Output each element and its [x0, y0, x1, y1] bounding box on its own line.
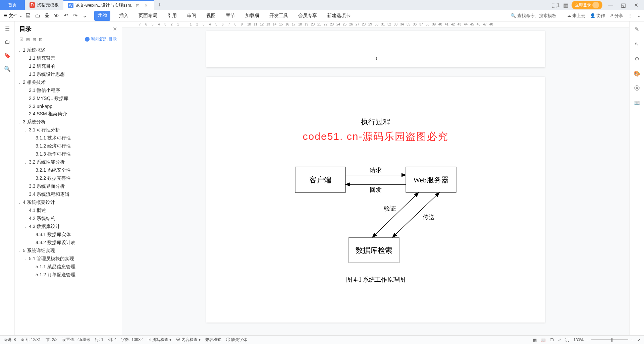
outline-item[interactable]: ⌄4.3.数据库设计 [17, 223, 119, 231]
outline-item[interactable]: ⌄5 系统详细实现 [17, 247, 119, 255]
ribbon-tab[interactable]: 审阅 [185, 11, 198, 21]
zoom-control[interactable]: 130% − + [573, 338, 633, 342]
ribbon-tab[interactable]: 插入 [118, 11, 130, 21]
collab-button[interactable]: 👤协作 [590, 13, 605, 19]
file-menu[interactable]: ☰ 文件 ⌄ [3, 13, 22, 19]
sidebar-close-icon[interactable]: ✕ [113, 26, 117, 32]
close-icon[interactable]: ✕ [631, 0, 641, 10]
ribbon-tab[interactable]: 开始 [94, 11, 110, 21]
ribbon-tab[interactable]: 章节 [224, 11, 236, 21]
settings-sliders-icon[interactable]: ⚙ [633, 55, 641, 62]
outline-item[interactable]: 1.1 研究背景 [17, 54, 119, 62]
tab-home[interactable]: 首页 [0, 0, 25, 10]
zoom-slider[interactable] [591, 339, 628, 340]
outline-item[interactable]: 3.4 系统流程和逻辑 [17, 190, 119, 198]
more-icon[interactable]: ⋮ [628, 13, 632, 18]
status-page-no[interactable]: 页码: 8 [3, 337, 16, 343]
outline-item[interactable]: 1.2 研究目的 [17, 62, 119, 70]
outline-item[interactable]: 2.1 微信小程序 [17, 87, 119, 95]
status-compat[interactable]: 兼容模式 [205, 337, 221, 343]
maximize-icon[interactable]: ◱ [619, 0, 628, 10]
save-as-icon[interactable]: 🗀 [35, 13, 41, 19]
command-search[interactable]: 🔍 [511, 13, 557, 18]
ribbon-tab[interactable]: 新建选项卡 [326, 11, 352, 21]
tab-unpin-icon[interactable]: ⊡ [135, 3, 141, 8]
print-icon[interactable]: 🖶 [44, 13, 50, 19]
outline-item[interactable]: 2.2 MYSQL 数据库 [17, 95, 119, 103]
outline-item[interactable]: 3.1.1 技术可行性 [17, 134, 119, 142]
status-row[interactable]: 行: 1 [95, 337, 103, 343]
fullscreen-icon[interactable]: ⤢ [637, 338, 641, 342]
collapse-ribbon-icon[interactable]: ⌄ [637, 13, 641, 18]
outline-item[interactable]: 3.1.3 操作可行性 [17, 150, 119, 158]
fit-icon[interactable]: ⛶ [565, 338, 569, 342]
outline-item[interactable]: 3.2.1 系统安全性 [17, 166, 119, 174]
view-print-icon[interactable]: ▦ [533, 338, 537, 342]
view-read-icon[interactable]: 📖 [541, 338, 546, 342]
minimize-icon[interactable]: — [606, 0, 615, 10]
status-missing-font[interactable]: ⓘ 缺失字体 [226, 337, 247, 343]
status-content-check[interactable]: ⦿ 内容检查 ▾ [176, 337, 201, 343]
outline-item[interactable]: 3.2.2 数据完整性 [17, 174, 119, 182]
outline-item[interactable]: 5.1.1 菜品信息管理 [17, 263, 119, 271]
page-scroll[interactable]: 8 执行过程 code51. cn-源码乐园盗图必究 客户端 [122, 27, 629, 335]
ribbon-tab[interactable]: 页面布局 [137, 11, 159, 21]
save-icon[interactable]: 🖫 [25, 13, 31, 19]
status-pages[interactable]: 页面: 12/31 [20, 337, 41, 343]
undo-icon[interactable]: ↶ [63, 13, 69, 19]
ribbon-tab[interactable]: 引用 [166, 11, 178, 21]
tab-document[interactable]: W 论文-weixin...设计与实现ssm. ⊡ ✕ [63, 0, 154, 10]
collapse-icon[interactable]: ⊟ [33, 37, 36, 42]
tab-templates[interactable]: D 找稻壳模板 [25, 0, 63, 10]
ribbon-tab[interactable]: 开发工具 [268, 11, 289, 21]
outline-item[interactable]: ⌄2 相关技术 [17, 78, 119, 87]
redo-icon[interactable]: ↷ [72, 13, 78, 19]
reading-icon[interactable]: 📖 [633, 99, 641, 107]
outline-item[interactable]: 3.1.2 经济可行性 [17, 142, 119, 150]
outline-item[interactable]: 4.2 系统结构 [17, 215, 119, 223]
outline-item[interactable]: ⌄5.1 管理员模块的实现 [17, 255, 119, 263]
zoom-in-icon[interactable]: + [631, 338, 633, 342]
search-icon[interactable]: 🔍 [4, 65, 11, 72]
status-col[interactable]: 列: 4 [108, 337, 116, 343]
status-section[interactable]: 节: 2/2 [46, 337, 57, 343]
outline-item[interactable]: ⌄3.2 系统性能分析 [17, 158, 119, 166]
outline-item[interactable]: 2.4 SSM 框架简介 [17, 110, 119, 118]
preview-icon[interactable]: 👁 [53, 13, 59, 19]
outline-item[interactable]: 4.3.1 数据库实体 [17, 231, 119, 239]
outline-item[interactable]: 4.1 概述 [17, 207, 119, 215]
outline-item[interactable]: 1.3 系统设计思想 [17, 70, 119, 78]
outline-item[interactable]: 5.1.2 订单配送管理 [17, 271, 119, 279]
share-button[interactable]: ↗分享 [610, 13, 623, 19]
refresh-icon[interactable]: ⊡ [39, 37, 43, 42]
view-web-icon[interactable]: 🖵 [550, 338, 554, 342]
status-spellcheck[interactable]: ☑ 拼写检查 ▾ [148, 337, 172, 343]
status-setting[interactable]: 设置值: 2.5厘米 [62, 337, 90, 343]
checkbox-icon[interactable]: ☑ [19, 37, 23, 42]
folder-icon[interactable]: 🗀 [4, 38, 11, 46]
horizontal-ruler[interactable]: 7654321 12345678910111213141516171819202… [122, 21, 629, 27]
style-icon[interactable]: 🎨 [633, 70, 641, 77]
bookmark-icon[interactable]: 🔖 [4, 52, 11, 59]
tab-close-icon[interactable]: ✕ [143, 3, 149, 8]
zoom-out-icon[interactable]: − [586, 338, 589, 342]
select-icon[interactable]: ↖ [633, 40, 641, 48]
layout-icon[interactable]: ⬚1 [552, 2, 560, 8]
outline-item[interactable]: 3.3 系统界面分析 [17, 182, 119, 190]
outline-item[interactable]: ⌄1 系统概述 [17, 46, 119, 54]
status-words[interactable]: 字数: 10982 [121, 337, 143, 343]
outline-icon[interactable]: ☰ [4, 25, 11, 32]
proof-icon[interactable]: Ⓐ [633, 84, 641, 92]
outline-item[interactable]: ⌄3.1 可行性分析 [17, 126, 119, 134]
ribbon-tab[interactable]: 会员专享 [297, 11, 318, 21]
outline-item[interactable]: ⌄3 系统分析 [17, 118, 119, 126]
login-button[interactable]: 立即登录 [572, 1, 602, 9]
outline-item[interactable]: ⌄4 系统概要设计 [17, 198, 119, 207]
chevron-down-icon[interactable]: ⌄ [82, 13, 88, 19]
smart-outline-button[interactable]: 智能识别目录 [85, 36, 117, 42]
expand-icon[interactable]: ⊞ [26, 37, 30, 42]
view-outline-icon[interactable]: ⤢ [558, 338, 561, 342]
ribbon-tab[interactable]: 视图 [205, 11, 217, 21]
pen-icon[interactable]: ✎ [633, 25, 641, 33]
outline-item[interactable]: 4.3.2 数据库设计表 [17, 239, 119, 247]
